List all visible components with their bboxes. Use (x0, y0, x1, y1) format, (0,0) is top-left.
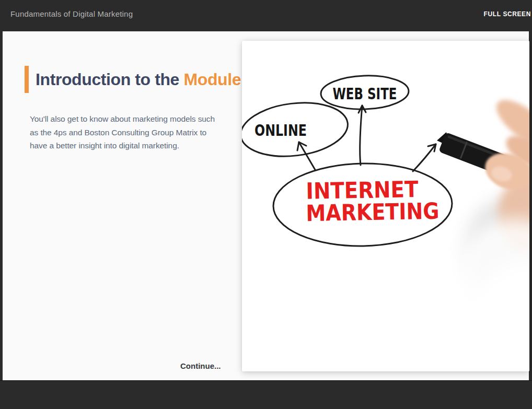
slide-title: Introduction to the Module (36, 70, 241, 89)
whiteboard-drawing: WEB SITE ONLINE INTERNET MARKETING (242, 41, 529, 371)
slide-stage: Introduction to the Module You'll also g… (3, 31, 529, 380)
title-accent-bar (25, 66, 29, 93)
top-bar: Fundamentals of Digital Marketing FULL S… (0, 0, 532, 31)
course-title: Fundamentals of Digital Marketing (10, 9, 133, 18)
arrow-to-website (360, 106, 362, 165)
slide-title-accent: Module (184, 70, 241, 89)
continue-label[interactable]: Continue... (180, 361, 221, 370)
paragraph-line: have a better insight into digital marke… (30, 139, 215, 153)
fullscreen-button[interactable]: FULL SCREEN (484, 10, 531, 18)
video-player[interactable]: WEB SITE ONLINE INTERNET MARKETING (242, 41, 529, 371)
paragraph-line: as the 4ps and Boston Consulting Group M… (30, 126, 215, 139)
paragraph-line: You'll also get to know about marketing … (30, 112, 215, 126)
slide-title-main: Introduction to the (36, 70, 179, 89)
hand (455, 91, 529, 365)
website-label: WEB SITE (333, 85, 397, 103)
internet-label-line2: MARKETING (306, 198, 440, 226)
arrow-to-marker (413, 144, 436, 171)
arrow-to-online (299, 142, 315, 170)
player-bar (0, 380, 532, 409)
slide-paragraph: You'll also get to know about marketing … (30, 112, 215, 153)
online-label: ONLINE (255, 121, 307, 139)
